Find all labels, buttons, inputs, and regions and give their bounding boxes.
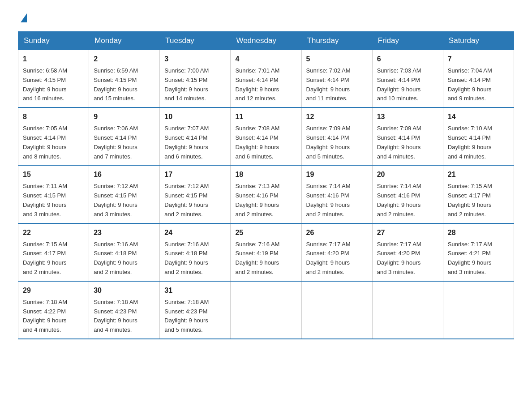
table-row: 23 Sunrise: 7:16 AMSunset: 4:18 PMDaylig… bbox=[89, 223, 160, 281]
table-row: 12 Sunrise: 7:09 AMSunset: 4:14 PMDaylig… bbox=[301, 107, 372, 165]
table-row: 11 Sunrise: 7:08 AMSunset: 4:14 PMDaylig… bbox=[231, 107, 301, 165]
table-row: 20 Sunrise: 7:14 AMSunset: 4:16 PMDaylig… bbox=[372, 165, 443, 223]
day-number: 10 bbox=[164, 111, 226, 122]
table-row: 26 Sunrise: 7:17 AMSunset: 4:20 PMDaylig… bbox=[301, 223, 372, 281]
table-row bbox=[443, 281, 514, 339]
calendar-table: Sunday Monday Tuesday Wednesday Thursday… bbox=[18, 31, 514, 339]
day-number: 28 bbox=[448, 227, 509, 238]
table-row bbox=[372, 281, 443, 339]
day-number: 9 bbox=[94, 111, 155, 122]
table-row: 1 Sunrise: 6:58 AMSunset: 4:15 PMDayligh… bbox=[18, 50, 89, 108]
day-number: 23 bbox=[94, 227, 155, 238]
day-number: 24 bbox=[164, 227, 226, 238]
day-number: 31 bbox=[164, 285, 226, 296]
table-row: 30 Sunrise: 7:18 AMSunset: 4:23 PMDaylig… bbox=[89, 281, 160, 339]
header-sunday: Sunday bbox=[18, 32, 89, 50]
table-row: 21 Sunrise: 7:15 AMSunset: 4:17 PMDaylig… bbox=[443, 165, 514, 223]
calendar-week-row: 22 Sunrise: 7:15 AMSunset: 4:17 PMDaylig… bbox=[18, 223, 514, 281]
table-row: 17 Sunrise: 7:12 AMSunset: 4:15 PMDaylig… bbox=[160, 165, 231, 223]
day-info: Sunrise: 7:18 AMSunset: 4:23 PMDaylight:… bbox=[94, 299, 138, 333]
header-monday: Monday bbox=[89, 32, 160, 50]
table-row: 5 Sunrise: 7:02 AMSunset: 4:14 PMDayligh… bbox=[301, 50, 372, 108]
day-info: Sunrise: 7:12 AMSunset: 4:15 PMDaylight:… bbox=[164, 183, 209, 217]
day-info: Sunrise: 7:02 AMSunset: 4:14 PMDaylight:… bbox=[306, 67, 351, 102]
day-number: 21 bbox=[448, 169, 509, 180]
day-info: Sunrise: 7:18 AMSunset: 4:23 PMDaylight:… bbox=[164, 299, 209, 333]
day-number: 4 bbox=[235, 54, 296, 64]
day-number: 5 bbox=[306, 54, 368, 64]
table-row: 3 Sunrise: 7:00 AMSunset: 4:15 PMDayligh… bbox=[160, 50, 231, 108]
day-info: Sunrise: 7:09 AMSunset: 4:14 PMDaylight:… bbox=[377, 125, 421, 159]
day-number: 1 bbox=[23, 54, 84, 64]
day-info: Sunrise: 7:14 AMSunset: 4:16 PMDaylight:… bbox=[306, 183, 351, 217]
logo-triangle-icon bbox=[21, 13, 27, 22]
page-header bbox=[18, 13, 514, 22]
day-number: 22 bbox=[23, 227, 84, 238]
table-row: 9 Sunrise: 7:06 AMSunset: 4:14 PMDayligh… bbox=[89, 107, 160, 165]
table-row: 4 Sunrise: 7:01 AMSunset: 4:14 PMDayligh… bbox=[231, 50, 301, 108]
day-info: Sunrise: 7:10 AMSunset: 4:14 PMDaylight:… bbox=[448, 125, 492, 159]
table-row: 22 Sunrise: 7:15 AMSunset: 4:17 PMDaylig… bbox=[18, 223, 89, 281]
day-info: Sunrise: 7:15 AMSunset: 4:17 PMDaylight:… bbox=[23, 241, 67, 275]
table-row: 14 Sunrise: 7:10 AMSunset: 4:14 PMDaylig… bbox=[443, 107, 514, 165]
day-number: 12 bbox=[306, 111, 368, 122]
day-info: Sunrise: 7:01 AMSunset: 4:14 PMDaylight:… bbox=[235, 67, 279, 102]
day-info: Sunrise: 7:13 AMSunset: 4:16 PMDaylight:… bbox=[235, 183, 279, 217]
day-number: 20 bbox=[377, 169, 438, 180]
day-number: 11 bbox=[235, 111, 296, 122]
day-number: 18 bbox=[235, 169, 296, 180]
day-number: 16 bbox=[94, 169, 155, 180]
day-info: Sunrise: 7:06 AMSunset: 4:14 PMDaylight:… bbox=[94, 125, 138, 159]
table-row: 2 Sunrise: 6:59 AMSunset: 4:15 PMDayligh… bbox=[89, 50, 160, 108]
day-number: 19 bbox=[306, 169, 368, 180]
day-info: Sunrise: 7:18 AMSunset: 4:22 PMDaylight:… bbox=[23, 299, 67, 333]
day-info: Sunrise: 7:07 AMSunset: 4:14 PMDaylight:… bbox=[164, 125, 209, 159]
header-tuesday: Tuesday bbox=[160, 32, 231, 50]
day-info: Sunrise: 7:16 AMSunset: 4:18 PMDaylight:… bbox=[94, 241, 138, 275]
table-row: 16 Sunrise: 7:12 AMSunset: 4:15 PMDaylig… bbox=[89, 165, 160, 223]
table-row: 25 Sunrise: 7:16 AMSunset: 4:19 PMDaylig… bbox=[231, 223, 301, 281]
header-thursday: Thursday bbox=[301, 32, 372, 50]
day-info: Sunrise: 7:17 AMSunset: 4:21 PMDaylight:… bbox=[448, 241, 492, 275]
day-number: 2 bbox=[94, 54, 155, 64]
table-row: 29 Sunrise: 7:18 AMSunset: 4:22 PMDaylig… bbox=[18, 281, 89, 339]
table-row: 28 Sunrise: 7:17 AMSunset: 4:21 PMDaylig… bbox=[443, 223, 514, 281]
day-number: 13 bbox=[377, 111, 438, 122]
table-row: 15 Sunrise: 7:11 AMSunset: 4:15 PMDaylig… bbox=[18, 165, 89, 223]
day-info: Sunrise: 7:17 AMSunset: 4:20 PMDaylight:… bbox=[377, 241, 421, 275]
day-number: 25 bbox=[235, 227, 296, 238]
day-info: Sunrise: 7:15 AMSunset: 4:17 PMDaylight:… bbox=[448, 183, 492, 217]
day-number: 3 bbox=[164, 54, 226, 64]
day-info: Sunrise: 7:16 AMSunset: 4:18 PMDaylight:… bbox=[164, 241, 209, 275]
table-row bbox=[301, 281, 372, 339]
day-number: 7 bbox=[448, 54, 509, 64]
table-row: 19 Sunrise: 7:14 AMSunset: 4:16 PMDaylig… bbox=[301, 165, 372, 223]
header-wednesday: Wednesday bbox=[231, 32, 301, 50]
day-info: Sunrise: 7:03 AMSunset: 4:14 PMDaylight:… bbox=[377, 67, 421, 102]
day-info: Sunrise: 7:16 AMSunset: 4:19 PMDaylight:… bbox=[235, 241, 279, 275]
day-number: 14 bbox=[448, 111, 509, 122]
day-info: Sunrise: 7:04 AMSunset: 4:14 PMDaylight:… bbox=[448, 67, 492, 102]
header-friday: Friday bbox=[372, 32, 443, 50]
table-row: 8 Sunrise: 7:05 AMSunset: 4:14 PMDayligh… bbox=[18, 107, 89, 165]
calendar-week-row: 1 Sunrise: 6:58 AMSunset: 4:15 PMDayligh… bbox=[18, 50, 514, 108]
day-number: 8 bbox=[23, 111, 84, 122]
table-row: 13 Sunrise: 7:09 AMSunset: 4:14 PMDaylig… bbox=[372, 107, 443, 165]
table-row: 27 Sunrise: 7:17 AMSunset: 4:20 PMDaylig… bbox=[372, 223, 443, 281]
table-row: 18 Sunrise: 7:13 AMSunset: 4:16 PMDaylig… bbox=[231, 165, 301, 223]
table-row: 24 Sunrise: 7:16 AMSunset: 4:18 PMDaylig… bbox=[160, 223, 231, 281]
day-info: Sunrise: 7:08 AMSunset: 4:14 PMDaylight:… bbox=[235, 125, 279, 159]
day-number: 17 bbox=[164, 169, 226, 180]
header-saturday: Saturday bbox=[443, 32, 514, 50]
calendar-week-row: 8 Sunrise: 7:05 AMSunset: 4:14 PMDayligh… bbox=[18, 107, 514, 165]
day-info: Sunrise: 6:58 AMSunset: 4:15 PMDaylight:… bbox=[23, 67, 67, 102]
calendar-week-row: 15 Sunrise: 7:11 AMSunset: 4:15 PMDaylig… bbox=[18, 165, 514, 223]
logo bbox=[18, 13, 27, 22]
day-number: 6 bbox=[377, 54, 438, 64]
table-row: 31 Sunrise: 7:18 AMSunset: 4:23 PMDaylig… bbox=[160, 281, 231, 339]
day-info: Sunrise: 7:09 AMSunset: 4:14 PMDaylight:… bbox=[306, 125, 351, 159]
day-number: 15 bbox=[23, 169, 84, 180]
day-info: Sunrise: 6:59 AMSunset: 4:15 PMDaylight:… bbox=[94, 67, 138, 102]
table-row bbox=[231, 281, 301, 339]
day-info: Sunrise: 7:14 AMSunset: 4:16 PMDaylight:… bbox=[377, 183, 421, 217]
